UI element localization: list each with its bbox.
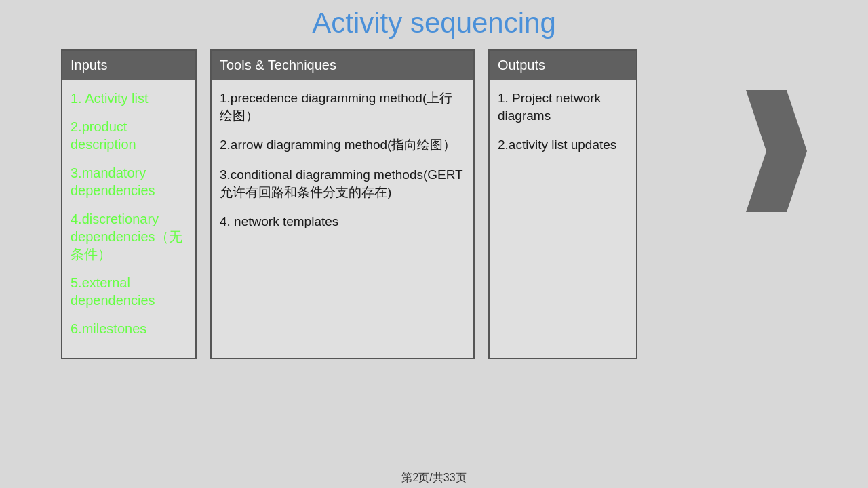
- page-footer: 第2页/共33页: [401, 471, 466, 488]
- outputs-column: Outputs 1. Project network diagrams 2.ac…: [488, 49, 637, 359]
- list-item: 4. network templates: [220, 213, 465, 230]
- list-item: 2.product description: [71, 118, 187, 153]
- list-item: 3.mandatory dependencies: [71, 164, 187, 199]
- tools-header: Tools & Techniques: [212, 51, 473, 80]
- page-title: Activity sequencing: [312, 7, 556, 39]
- list-item: 6.milestones: [71, 320, 187, 338]
- outputs-header: Outputs: [490, 51, 636, 80]
- content-area: Inputs 1. Activity list 2.product descri…: [61, 49, 807, 359]
- inputs-body: 1. Activity list 2.product description 3…: [62, 80, 195, 358]
- inputs-column: Inputs 1. Activity list 2.product descri…: [61, 49, 197, 359]
- list-item: 2.activity list updates: [498, 136, 628, 154]
- arrow-shape: [746, 90, 807, 212]
- outputs-body: 1. Project network diagrams 2.activity l…: [490, 80, 636, 358]
- list-item: 1. Activity list: [71, 89, 187, 107]
- arrow-icon: [746, 90, 807, 212]
- inputs-header: Inputs: [62, 51, 195, 80]
- list-item: 3.conditional diagramming methods(GERT允许…: [220, 166, 465, 201]
- list-item: 1. Project network diagrams: [498, 89, 628, 124]
- svg-marker-0: [746, 90, 807, 212]
- tools-body: 1.precedence diagramming method(上行绘图） 2.…: [212, 80, 473, 358]
- columns-wrapper: Inputs 1. Activity list 2.product descri…: [61, 49, 736, 359]
- list-item: 4.discretionary dependencies（无条件）: [71, 210, 187, 263]
- tools-column: Tools & Techniques 1.precedence diagramm…: [210, 49, 475, 359]
- list-item: 1.precedence diagramming method(上行绘图）: [220, 89, 465, 124]
- list-item: 2.arrow diagramming method(指向绘图）: [220, 136, 465, 154]
- list-item: 5.external dependencies: [71, 274, 187, 309]
